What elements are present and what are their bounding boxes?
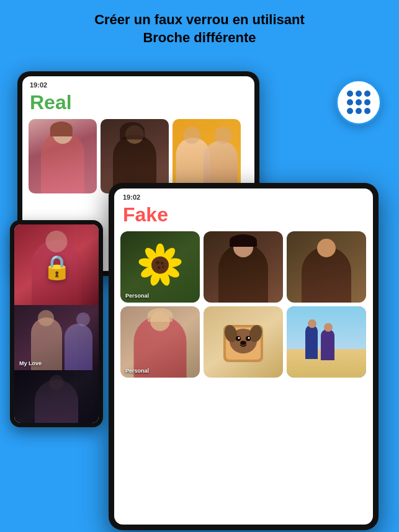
locked-photo: 🔒 — [14, 224, 99, 305]
lock-icon: 🔒 — [42, 254, 71, 281]
fake-cell-3 — [287, 231, 366, 303]
svg-point-10 — [156, 260, 159, 264]
header: Créer un faux verrou en utilisant Broche… — [0, 0, 399, 53]
header-line2: Broche différente — [143, 30, 256, 45]
header-line1: Créer un faux verrou en utilisant — [94, 12, 305, 27]
real-status-bar: 19:02 — [22, 76, 254, 90]
svg-point-12 — [158, 266, 161, 269]
svg-point-21 — [238, 337, 240, 339]
real-photo-2 — [101, 119, 169, 193]
svg-point-23 — [240, 340, 246, 345]
svg-point-22 — [248, 337, 250, 339]
my-love-label: My Love — [19, 360, 42, 366]
svg-point-13 — [162, 265, 164, 268]
fake-status-bar: 19:02 — [114, 188, 373, 202]
fake-cell-2 — [204, 231, 283, 303]
fake-cell-5 — [204, 306, 283, 378]
left-bottom-photo — [14, 370, 99, 423]
real-photo-1 — [29, 119, 97, 193]
real-label: Real — [22, 90, 254, 119]
svg-point-9 — [151, 256, 169, 273]
left-panel: 🔒 My Love — [10, 220, 103, 427]
fake-cell-1-label: Personal — [125, 293, 149, 299]
fake-cell-6 — [287, 306, 366, 378]
fake-cell-4-label: Personal — [125, 368, 149, 374]
fake-cell-1: Personal — [120, 231, 200, 303]
fake-tablet: 19:02 Fake — [109, 183, 379, 530]
fake-label: Fake — [114, 202, 373, 231]
svg-point-11 — [161, 262, 164, 265]
real-photo-3 — [173, 119, 241, 193]
grid-dots-button[interactable] — [336, 79, 382, 125]
my-love-photo: My Love — [14, 305, 99, 370]
fake-cell-4: Personal — [120, 306, 200, 378]
